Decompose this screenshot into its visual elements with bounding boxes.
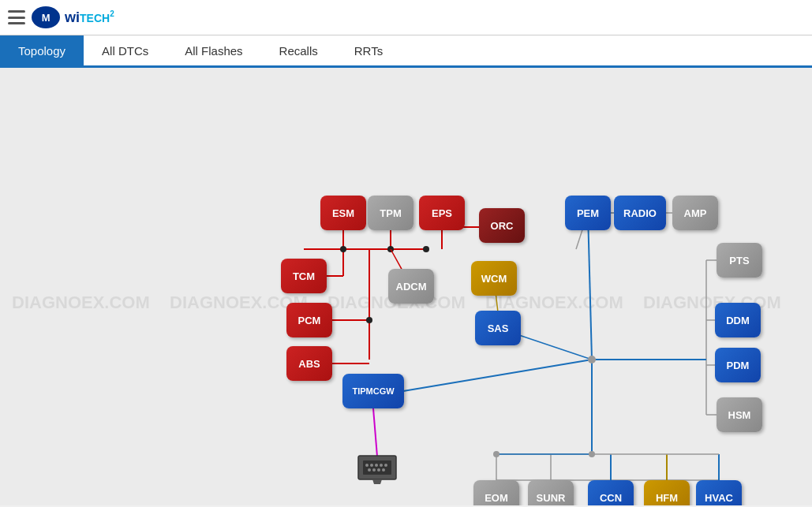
module-tpm[interactable]: TPM xyxy=(368,196,413,230)
obd-connector[interactable] xyxy=(357,454,398,484)
svg-point-45 xyxy=(589,451,595,457)
module-tcm[interactable]: TCM xyxy=(281,259,327,293)
module-wcm[interactable]: WCM xyxy=(471,261,517,296)
svg-point-56 xyxy=(377,468,380,472)
svg-point-11 xyxy=(340,246,346,252)
module-esm[interactable]: ESM xyxy=(320,196,366,230)
module-sas[interactable]: SAS xyxy=(475,311,521,345)
svg-point-49 xyxy=(365,464,369,467)
svg-text:M: M xyxy=(42,12,50,24)
witech-logo-text: wiTECH2 xyxy=(65,9,114,26)
module-radio[interactable]: RADIO xyxy=(614,196,666,230)
topology-main: DIAGNOEX.COM DIAGNOEX.COM DIAGNOEX.COM D… xyxy=(0,68,812,505)
header: M wiTECH2 xyxy=(0,0,812,35)
svg-point-14 xyxy=(366,317,372,323)
module-eom[interactable]: EOM xyxy=(473,480,519,505)
tab-rrats[interactable]: RRTs xyxy=(336,35,401,65)
svg-point-51 xyxy=(375,464,378,467)
tab-all-flashes[interactable]: All Flashes xyxy=(167,35,260,65)
module-amp[interactable]: AMP xyxy=(672,196,718,230)
svg-line-43 xyxy=(373,408,377,457)
module-hvac[interactable]: HVAC xyxy=(696,480,742,505)
svg-line-17 xyxy=(403,360,592,391)
module-pem[interactable]: PEM xyxy=(565,196,611,230)
svg-line-26 xyxy=(588,213,592,360)
module-hfm[interactable]: HFM xyxy=(644,480,690,505)
svg-rect-48 xyxy=(363,460,391,475)
mopar-logo: M xyxy=(32,6,60,28)
module-eps[interactable]: EPS xyxy=(419,196,465,230)
module-orc[interactable]: ORC xyxy=(479,208,525,243)
svg-point-52 xyxy=(380,464,383,467)
menu-icon[interactable] xyxy=(8,10,25,24)
module-abs[interactable]: ABS xyxy=(286,346,332,381)
tab-recalls[interactable]: Recalls xyxy=(261,35,336,65)
module-pcm[interactable]: PCM xyxy=(286,303,332,337)
tab-all-dtcs[interactable]: All DTCs xyxy=(84,35,167,65)
module-pts[interactable]: PTS xyxy=(717,243,762,278)
svg-point-13 xyxy=(423,246,429,252)
tabs-bar: Topology All DTCs All Flashes Recalls RR… xyxy=(0,35,812,68)
svg-point-55 xyxy=(372,468,376,472)
svg-point-44 xyxy=(588,356,596,363)
svg-point-46 xyxy=(493,451,500,457)
svg-point-57 xyxy=(382,468,385,472)
svg-point-54 xyxy=(368,468,371,472)
svg-marker-58 xyxy=(372,479,382,484)
svg-point-53 xyxy=(384,464,387,467)
module-hsm[interactable]: HSM xyxy=(717,397,762,432)
logo-area: M wiTECH2 xyxy=(32,6,114,28)
module-adcm[interactable]: ADCM xyxy=(388,269,434,304)
tab-topology[interactable]: Topology xyxy=(0,35,84,65)
module-pdm[interactable]: PDM xyxy=(715,348,761,382)
svg-point-50 xyxy=(370,464,373,467)
module-tipmcgw[interactable]: TIPMCGW xyxy=(342,374,404,408)
module-sunr[interactable]: SUNR xyxy=(528,480,574,505)
module-ddm[interactable]: DDM xyxy=(715,303,761,337)
module-ccn[interactable]: CCN xyxy=(588,480,634,505)
